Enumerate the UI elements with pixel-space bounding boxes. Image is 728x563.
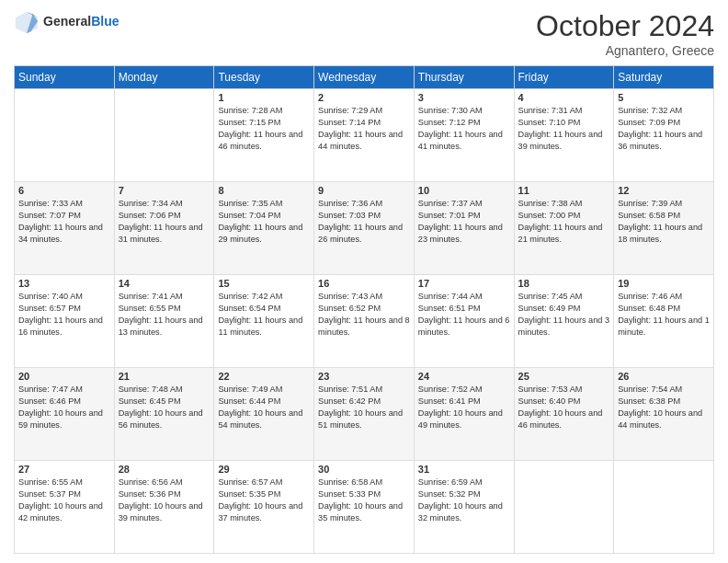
cell-content: Sunrise: 7:53 AMSunset: 6:40 PMDaylight:… <box>518 384 610 431</box>
cell-content: Sunrise: 7:32 AMSunset: 7:09 PMDaylight:… <box>618 105 710 153</box>
week-row-1: 1Sunrise: 7:28 AMSunset: 7:15 PMDaylight… <box>15 89 714 182</box>
day-number: 1 <box>218 92 310 103</box>
day-number: 21 <box>119 371 210 382</box>
day-number: 26 <box>618 371 710 382</box>
calendar-cell: 7Sunrise: 7:34 AMSunset: 7:06 PMDaylight… <box>114 182 214 275</box>
cell-content: Sunrise: 7:33 AMSunset: 7:07 PMDaylight:… <box>18 198 110 246</box>
day-header-monday: Monday <box>114 66 214 89</box>
cell-content: Sunrise: 6:58 AMSunset: 5:33 PMDaylight:… <box>318 477 410 524</box>
cell-content: Sunrise: 6:59 AMSunset: 5:32 PMDaylight:… <box>418 477 510 524</box>
day-header-sunday: Sunday <box>15 66 115 89</box>
cell-content: Sunrise: 7:37 AMSunset: 7:01 PMDaylight:… <box>418 198 510 246</box>
week-row-5: 27Sunrise: 6:55 AMSunset: 5:37 PMDayligh… <box>15 461 714 554</box>
cell-content: Sunrise: 7:44 AMSunset: 6:51 PMDaylight:… <box>418 291 510 339</box>
cell-content: Sunrise: 7:36 AMSunset: 7:03 PMDaylight:… <box>318 198 410 246</box>
calendar-cell: 25Sunrise: 7:53 AMSunset: 6:40 PMDayligh… <box>514 368 614 461</box>
calendar-cell: 2Sunrise: 7:29 AMSunset: 7:14 PMDaylight… <box>314 89 415 182</box>
day-number: 10 <box>418 185 510 196</box>
calendar-cell: 29Sunrise: 6:57 AMSunset: 5:35 PMDayligh… <box>214 461 314 554</box>
cell-content: Sunrise: 7:48 AMSunset: 6:45 PMDaylight:… <box>119 384 210 431</box>
day-number: 2 <box>318 92 410 103</box>
cell-content: Sunrise: 7:47 AMSunset: 6:46 PMDaylight:… <box>18 384 110 431</box>
day-number: 28 <box>119 464 210 475</box>
day-header-friday: Friday <box>514 66 614 89</box>
cell-content: Sunrise: 7:51 AMSunset: 6:42 PMDaylight:… <box>318 384 410 431</box>
cell-content: Sunrise: 7:45 AMSunset: 6:49 PMDaylight:… <box>518 291 610 339</box>
calendar-cell: 27Sunrise: 6:55 AMSunset: 5:37 PMDayligh… <box>15 461 115 554</box>
day-number: 3 <box>418 92 510 103</box>
day-number: 14 <box>119 278 210 289</box>
calendar-cell <box>15 89 115 182</box>
day-number: 6 <box>18 185 110 196</box>
cell-content: Sunrise: 7:31 AMSunset: 7:10 PMDaylight:… <box>518 105 610 153</box>
cell-content: Sunrise: 7:43 AMSunset: 6:52 PMDaylight:… <box>318 291 410 339</box>
day-number: 16 <box>318 278 410 289</box>
calendar-cell: 4Sunrise: 7:31 AMSunset: 7:10 PMDaylight… <box>514 89 614 182</box>
day-number: 4 <box>518 92 610 103</box>
cell-content: Sunrise: 7:29 AMSunset: 7:14 PMDaylight:… <box>318 105 410 153</box>
calendar-cell: 6Sunrise: 7:33 AMSunset: 7:07 PMDaylight… <box>15 182 115 275</box>
cell-content: Sunrise: 7:35 AMSunset: 7:04 PMDaylight:… <box>218 198 310 246</box>
day-number: 8 <box>218 185 310 196</box>
day-number: 11 <box>518 185 610 196</box>
day-number: 23 <box>318 371 410 382</box>
logo-blue: Blue <box>91 14 119 29</box>
cell-content: Sunrise: 7:34 AMSunset: 7:06 PMDaylight:… <box>119 198 210 246</box>
week-row-2: 6Sunrise: 7:33 AMSunset: 7:07 PMDaylight… <box>15 182 714 275</box>
cell-content: Sunrise: 7:46 AMSunset: 6:48 PMDaylight:… <box>618 291 710 339</box>
calendar-cell: 15Sunrise: 7:42 AMSunset: 6:54 PMDayligh… <box>214 275 314 368</box>
day-number: 5 <box>618 92 710 103</box>
calendar-cell: 5Sunrise: 7:32 AMSunset: 7:09 PMDaylight… <box>614 89 714 182</box>
calendar-cell: 24Sunrise: 7:52 AMSunset: 6:41 PMDayligh… <box>414 368 514 461</box>
calendar-cell <box>514 461 614 554</box>
cell-content: Sunrise: 7:54 AMSunset: 6:38 PMDaylight:… <box>618 384 710 431</box>
calendar-cell: 1Sunrise: 7:28 AMSunset: 7:15 PMDaylight… <box>214 89 314 182</box>
day-number: 20 <box>18 371 110 382</box>
day-header-thursday: Thursday <box>414 66 514 89</box>
cell-content: Sunrise: 7:38 AMSunset: 7:00 PMDaylight:… <box>518 198 610 246</box>
day-number: 18 <box>518 278 610 289</box>
cell-content: Sunrise: 7:39 AMSunset: 6:58 PMDaylight:… <box>618 198 710 246</box>
cell-content: Sunrise: 7:41 AMSunset: 6:55 PMDaylight:… <box>119 291 210 339</box>
calendar-cell: 26Sunrise: 7:54 AMSunset: 6:38 PMDayligh… <box>614 368 714 461</box>
day-number: 9 <box>318 185 410 196</box>
calendar-cell: 22Sunrise: 7:49 AMSunset: 6:44 PMDayligh… <box>214 368 314 461</box>
day-number: 29 <box>218 464 310 475</box>
header-row: SundayMondayTuesdayWednesdayThursdayFrid… <box>15 66 714 89</box>
day-number: 22 <box>218 371 310 382</box>
title-block: October 2024 Agnantero, Greece <box>536 9 714 58</box>
day-number: 24 <box>418 371 510 382</box>
week-row-3: 13Sunrise: 7:40 AMSunset: 6:57 PMDayligh… <box>15 275 714 368</box>
page: GeneralBlue October 2024 Agnantero, Gree… <box>0 0 728 563</box>
calendar-cell: 10Sunrise: 7:37 AMSunset: 7:01 PMDayligh… <box>414 182 514 275</box>
calendar-cell: 18Sunrise: 7:45 AMSunset: 6:49 PMDayligh… <box>514 275 614 368</box>
calendar-cell: 16Sunrise: 7:43 AMSunset: 6:52 PMDayligh… <box>314 275 415 368</box>
calendar-cell: 12Sunrise: 7:39 AMSunset: 6:58 PMDayligh… <box>614 182 714 275</box>
cell-content: Sunrise: 7:42 AMSunset: 6:54 PMDaylight:… <box>218 291 310 339</box>
calendar-cell: 20Sunrise: 7:47 AMSunset: 6:46 PMDayligh… <box>15 368 115 461</box>
week-row-4: 20Sunrise: 7:47 AMSunset: 6:46 PMDayligh… <box>15 368 714 461</box>
day-number: 7 <box>119 185 210 196</box>
day-header-saturday: Saturday <box>614 66 714 89</box>
calendar-cell: 23Sunrise: 7:51 AMSunset: 6:42 PMDayligh… <box>314 368 415 461</box>
day-number: 19 <box>618 278 710 289</box>
calendar-cell: 17Sunrise: 7:44 AMSunset: 6:51 PMDayligh… <box>414 275 514 368</box>
calendar-cell: 11Sunrise: 7:38 AMSunset: 7:00 PMDayligh… <box>514 182 614 275</box>
cell-content: Sunrise: 7:30 AMSunset: 7:12 PMDaylight:… <box>418 105 510 153</box>
calendar-cell: 3Sunrise: 7:30 AMSunset: 7:12 PMDaylight… <box>414 89 514 182</box>
day-number: 15 <box>218 278 310 289</box>
day-number: 12 <box>618 185 710 196</box>
day-header-tuesday: Tuesday <box>214 66 314 89</box>
calendar-cell: 14Sunrise: 7:41 AMSunset: 6:55 PMDayligh… <box>114 275 214 368</box>
logo-text: GeneralBlue <box>43 15 119 29</box>
day-number: 30 <box>318 464 410 475</box>
calendar-cell: 30Sunrise: 6:58 AMSunset: 5:33 PMDayligh… <box>314 461 415 554</box>
location-subtitle: Agnantero, Greece <box>536 43 714 58</box>
calendar-cell: 8Sunrise: 7:35 AMSunset: 7:04 PMDaylight… <box>214 182 314 275</box>
calendar-cell: 9Sunrise: 7:36 AMSunset: 7:03 PMDaylight… <box>314 182 415 275</box>
calendar-cell <box>114 89 214 182</box>
day-header-wednesday: Wednesday <box>314 66 415 89</box>
calendar-cell: 13Sunrise: 7:40 AMSunset: 6:57 PMDayligh… <box>15 275 115 368</box>
calendar-cell: 28Sunrise: 6:56 AMSunset: 5:36 PMDayligh… <box>114 461 214 554</box>
day-number: 25 <box>518 371 610 382</box>
